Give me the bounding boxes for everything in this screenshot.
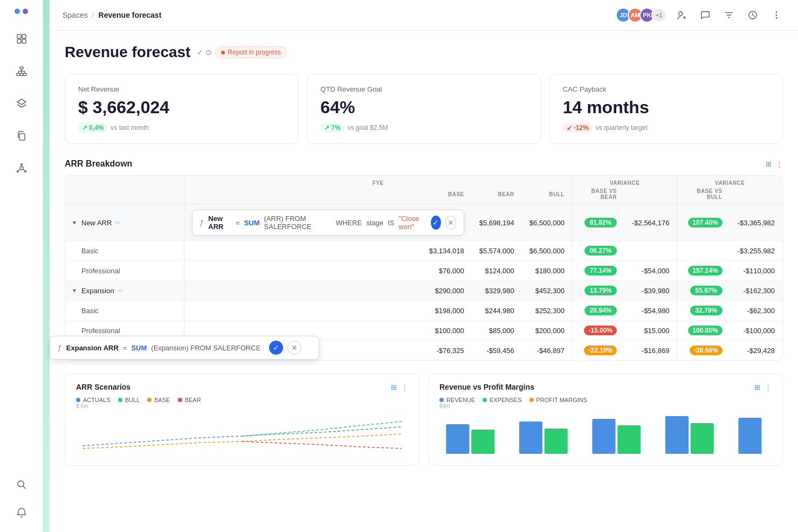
copy-icon[interactable] xyxy=(11,125,32,147)
legend-bull: BULL xyxy=(118,397,140,403)
formula-confirm-button[interactable]: ✓ xyxy=(431,216,441,230)
expansion-formula-name: Expansion ARR xyxy=(66,344,119,352)
new-arr-var1-badge: 81.82% xyxy=(584,218,617,227)
expansion-var1-pct: 13.79% xyxy=(572,281,624,301)
professional-1-var1-val: -$54,000 xyxy=(624,261,677,281)
arr-more-icon[interactable]: ⋮ xyxy=(776,160,783,168)
th-bear: BEAR xyxy=(472,187,522,205)
svg-point-16 xyxy=(20,164,22,165)
revenue-profit-title: Revenue vs Profit Margins xyxy=(439,383,534,391)
expansion-text: Expansion xyxy=(81,287,114,295)
legend-base: BASE xyxy=(147,397,170,403)
dot-purple xyxy=(23,9,28,14)
edit-new-arr-icon[interactable]: ✏ xyxy=(115,218,121,227)
svg-line-21 xyxy=(18,169,20,171)
professional-1-var2-pct: 157.14% xyxy=(677,261,730,281)
breadcrumb-current: Revenue forecast xyxy=(99,11,162,19)
professional-2-var1-pct: -15.00% xyxy=(572,321,624,341)
new-arr-bull: $6,500,000 xyxy=(522,205,573,241)
expansion-base: $290,000 xyxy=(184,281,472,301)
hierarchy-icon[interactable] xyxy=(11,60,32,82)
kpi-qtd-goal: QTD Revenue Goal 64% ↗ 7% vs goal $2,5M xyxy=(307,74,540,144)
professional-2-bull: $200,000 xyxy=(522,321,573,341)
expansion-bear: $329,980 xyxy=(472,281,522,301)
formula-equals: = xyxy=(236,219,240,227)
basic-2-label: Basic xyxy=(65,301,184,321)
kpi-net-revenue-change-label: vs last month xyxy=(111,124,149,132)
th-name xyxy=(65,187,184,205)
new-arr-bear: $5,698,194 xyxy=(472,205,522,241)
professional-2-var1-val: $15,000 xyxy=(624,321,677,341)
legend-actuals: ACTUALS xyxy=(76,397,111,403)
svg-point-15 xyxy=(20,167,23,170)
grid-icon[interactable] xyxy=(11,28,32,50)
clock-button[interactable] xyxy=(744,6,761,24)
expand-expansion[interactable]: ▾ xyxy=(73,287,76,294)
expansion-cancel-button[interactable]: ✕ xyxy=(287,341,301,355)
avatar-count: +1 xyxy=(651,8,666,23)
kpi-net-revenue-label: Net Revenue xyxy=(78,85,285,93)
professional-1-base: $76,000 xyxy=(184,261,472,281)
basic-1-base: $3,134,018 xyxy=(184,241,472,261)
revenue-profit-yaxis: $4m xyxy=(439,403,772,409)
svg-point-33 xyxy=(776,17,778,19)
edit-expansion-icon[interactable]: ✏ xyxy=(118,286,124,295)
svg-rect-2 xyxy=(17,39,21,43)
kpi-net-revenue: Net Revenue $ 3,662,024 ↗ 0,4% vs last m… xyxy=(65,74,298,144)
expand-new-arr[interactable]: ▾ xyxy=(73,219,76,226)
svg-rect-42 xyxy=(738,418,761,454)
bell-icon[interactable] xyxy=(11,502,32,523)
expansion-fx-icon: ƒ xyxy=(58,343,62,352)
revenue-profit-table-icon[interactable]: ⊞ xyxy=(754,383,760,391)
kpi-net-revenue-value: $ 3,662,024 xyxy=(78,98,285,118)
legend-revenue-label: REVENUE xyxy=(446,397,475,403)
status-dot xyxy=(221,51,225,54)
search-icon[interactable] xyxy=(11,474,32,495)
layers-icon[interactable] xyxy=(11,93,32,114)
arr-scenarios-more-icon[interactable]: ⋮ xyxy=(401,383,408,391)
legend-actuals-label: ACTUALS xyxy=(83,397,111,403)
arr-scenarios-table-icon[interactable]: ⊞ xyxy=(391,383,397,391)
comment-button[interactable] xyxy=(697,6,714,24)
more-button[interactable] xyxy=(768,6,785,24)
kpi-net-revenue-change: ↗ 0,4% vs last month xyxy=(78,123,285,133)
chevron-down-icon[interactable]: ✓ ⊙ xyxy=(197,48,212,57)
svg-marker-13 xyxy=(17,99,26,105)
svg-rect-4 xyxy=(20,67,23,69)
basic-1-bear: $5,574,000 xyxy=(472,241,522,261)
breadcrumb: Spaces / Revenue forecast xyxy=(63,11,161,19)
th-base-vs-bull-val xyxy=(730,187,782,205)
contraction-bull: -$46,897 xyxy=(522,341,573,361)
filter-button[interactable] xyxy=(720,6,738,24)
breadcrumb-home[interactable]: Spaces xyxy=(63,11,88,19)
new-arr-var1-val: -$2,564,176 xyxy=(624,205,677,241)
kpi-qtd-badge: ↗ 7% xyxy=(320,123,344,133)
svg-rect-1 xyxy=(22,34,26,38)
svg-rect-41 xyxy=(691,423,714,454)
revenue-profit-card: Revenue vs Profit Margins ⊞ ⋮ REVENUE xyxy=(428,374,783,466)
network-icon[interactable] xyxy=(11,157,32,179)
svg-point-22 xyxy=(18,481,24,487)
kpi-cac-change-label: vs quarterly target xyxy=(596,124,648,132)
revenue-profit-more-icon[interactable]: ⋮ xyxy=(765,383,772,391)
contraction-var2-pct: -38.56% xyxy=(677,341,730,361)
expansion-var2-pct: 55.97% xyxy=(677,281,730,301)
table-row-professional-1: Professional $76,000 $124,000 $180,000 7… xyxy=(65,261,782,281)
topnav: Spaces / Revenue forecast JD AM PK +1 xyxy=(50,0,798,31)
basic-2-var1-val: -$54,980 xyxy=(624,301,677,321)
basic-1-var2-val: -$3,255,982 xyxy=(730,241,782,261)
new-arr-formula-popup: ƒ New ARR = SUM (ARR) FROM SALERFORCE WH… xyxy=(192,210,464,236)
expansion-confirm-button[interactable]: ✓ xyxy=(269,341,283,355)
sidebar-dots xyxy=(15,9,28,14)
formula-cancel-button[interactable]: ✕ xyxy=(445,216,456,230)
arr-table-icon[interactable]: ⊞ xyxy=(766,160,772,168)
kpi-cac-payback: CAC Payback 14 months ↙ -12% vs quarterl… xyxy=(549,74,783,144)
contraction-var1-pct: -22.10% xyxy=(572,341,624,361)
breadcrumb-separator: / xyxy=(92,11,94,19)
add-user-button[interactable] xyxy=(673,6,690,24)
formula-field: stage xyxy=(366,219,383,227)
svg-rect-5 xyxy=(17,73,20,75)
legend-base-dot xyxy=(147,398,152,402)
legend-bear: BEAR xyxy=(178,397,201,403)
table-row-expansion: ▾ Expansion ✏ $290,000 $329,980 $452,300… xyxy=(65,281,782,301)
